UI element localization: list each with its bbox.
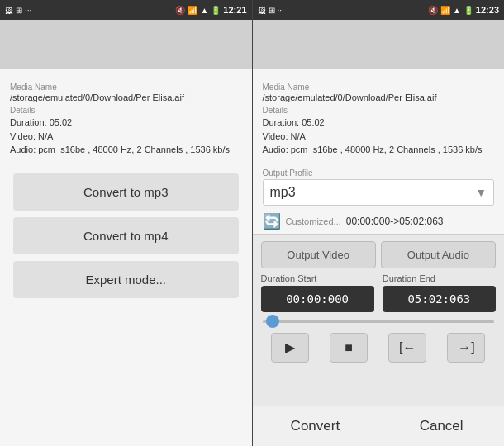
mute-icon: 🔇 bbox=[175, 6, 185, 15]
right-wifi-icon: ▲ bbox=[453, 6, 461, 15]
left-time: 12:21 bbox=[223, 5, 246, 15]
right-screen: 🖼 ⊞ ··· 🔇 📶 ▲ 🔋 12:23 Media Name /storag… bbox=[253, 0, 505, 446]
output-profile-value: mp3 bbox=[270, 185, 296, 200]
left-status-right: 🔇 📶 ▲ 🔋 12:21 bbox=[175, 5, 246, 15]
dots-icon: ··· bbox=[25, 6, 31, 15]
convert-to-mp3-button[interactable]: Convert to mp3 bbox=[13, 173, 239, 211]
battery-icon: 🔋 bbox=[211, 6, 221, 15]
right-battery-icon: 🔋 bbox=[464, 6, 473, 15]
output-audio-button[interactable]: Output Audio bbox=[381, 241, 496, 268]
time-range: 00:00:000->05:02:063 bbox=[346, 216, 444, 227]
mark-in-button[interactable]: [← bbox=[388, 333, 426, 363]
output-buttons-row: Output Video Output Audio bbox=[261, 241, 497, 268]
right-layers-icon: ⊞ bbox=[269, 6, 275, 15]
cancel-button[interactable]: Cancel bbox=[378, 406, 504, 446]
bottom-actions: Convert Cancel bbox=[253, 406, 505, 446]
clock-rotate-icon: 🔄 bbox=[263, 212, 281, 230]
edit-panel: Output Video Output Audio Duration Start… bbox=[253, 234, 505, 406]
signal-icon: 📶 bbox=[188, 6, 197, 15]
slider-track bbox=[263, 320, 495, 323]
left-audio: Audio: pcm_s16be , 48000 Hz, 2 Channels … bbox=[10, 143, 242, 157]
duration-start-label: Duration Start bbox=[261, 273, 317, 283]
right-details-label: Details bbox=[263, 106, 495, 115]
right-audio: Audio: pcm_s16be , 48000 Hz, 2 Channels … bbox=[263, 143, 495, 157]
customized-section: 🔄 Customized... 00:00:000->05:02:063 bbox=[253, 209, 505, 234]
layers-icon: ⊞ bbox=[16, 6, 22, 15]
right-thumbnail bbox=[253, 20, 505, 69]
left-buttons-area: Convert to mp3 Convert to mp4 Expert mod… bbox=[0, 164, 252, 447]
right-video: Video: N/A bbox=[263, 130, 495, 144]
right-media-path: /storage/emulated/0/Download/Per Elisa.a… bbox=[263, 93, 495, 102]
output-profile-label: Output Profile bbox=[263, 168, 495, 178]
duration-end-value: 05:02:063 bbox=[383, 286, 496, 312]
left-media-info: Media Name /storage/emulated/0/Download/… bbox=[0, 76, 252, 164]
duration-start-value: 00:00:000 bbox=[261, 286, 374, 312]
dropdown-arrow-icon: ▼ bbox=[475, 186, 487, 199]
right-status-left: 🖼 ⊞ ··· bbox=[258, 6, 284, 15]
right-dots-icon: ··· bbox=[278, 6, 284, 15]
output-profile-section: Output Profile mp3 ▼ bbox=[253, 164, 505, 209]
right-duration: Duration: 05:02 bbox=[263, 116, 495, 130]
timeline-slider[interactable] bbox=[261, 317, 497, 326]
left-media-path: /storage/emulated/0/Download/Per Elisa.a… bbox=[10, 93, 242, 102]
right-status-right: 🔇 📶 ▲ 🔋 12:23 bbox=[428, 5, 499, 15]
convert-button[interactable]: Convert bbox=[253, 406, 379, 446]
transport-controls: ▶ ■ [← →] bbox=[261, 331, 497, 364]
wifi-icon: ▲ bbox=[200, 6, 208, 15]
stop-button[interactable]: ■ bbox=[330, 333, 368, 363]
left-status-bar: 🖼 ⊞ ··· 🔇 📶 ▲ 🔋 12:21 bbox=[0, 0, 252, 20]
right-time: 12:23 bbox=[476, 5, 499, 15]
image-icon: 🖼 bbox=[5, 6, 13, 15]
output-video-button[interactable]: Output Video bbox=[261, 241, 376, 268]
left-status-left: 🖼 ⊞ ··· bbox=[5, 6, 31, 15]
expert-mode-button[interactable]: Expert mode... bbox=[13, 261, 239, 298]
right-media-name-label: Media Name bbox=[263, 83, 495, 92]
left-duration: Duration: 05:02 bbox=[10, 116, 242, 130]
left-thumbnail bbox=[0, 20, 252, 69]
left-media-name-label: Media Name bbox=[10, 83, 242, 92]
customized-label: Customized... bbox=[286, 216, 341, 226]
slider-thumb[interactable] bbox=[266, 315, 279, 328]
right-image-icon: 🖼 bbox=[258, 6, 266, 15]
convert-to-mp4-button[interactable]: Convert to mp4 bbox=[13, 217, 239, 254]
mark-out-button[interactable]: →] bbox=[447, 333, 485, 363]
left-video: Video: N/A bbox=[10, 130, 242, 144]
play-button[interactable]: ▶ bbox=[271, 333, 309, 363]
output-profile-box[interactable]: mp3 ▼ bbox=[263, 179, 495, 206]
left-screen: 🖼 ⊞ ··· 🔇 📶 ▲ 🔋 12:21 Media Name /storag… bbox=[0, 0, 252, 446]
duration-start-block: Duration Start 00:00:000 bbox=[261, 273, 374, 312]
left-details-label: Details bbox=[10, 106, 242, 115]
right-signal-icon: 📶 bbox=[440, 6, 450, 15]
duration-end-label: Duration End bbox=[383, 273, 435, 283]
duration-end-block: Duration End 05:02:063 bbox=[383, 273, 496, 312]
right-status-bar: 🖼 ⊞ ··· 🔇 📶 ▲ 🔋 12:23 bbox=[253, 0, 505, 20]
right-mute-icon: 🔇 bbox=[428, 6, 438, 15]
duration-row: Duration Start 00:00:000 Duration End 05… bbox=[261, 273, 497, 312]
right-media-info: Media Name /storage/emulated/0/Download/… bbox=[253, 76, 505, 164]
